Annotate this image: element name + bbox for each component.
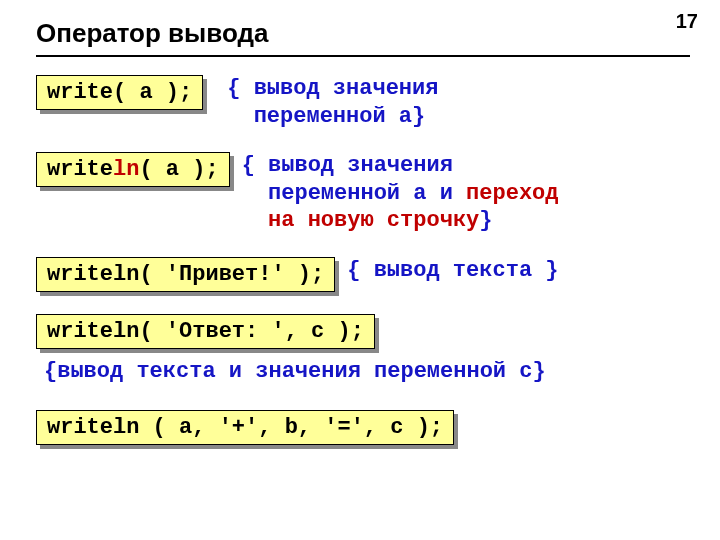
brace-close: } [412,104,425,129]
code-writeln: writeln( a ); [36,152,230,187]
comment-writeln: { вывод значения переменной a и переход … [242,152,690,235]
code-writeln-expr: writeln ( a, '+', b, '=', c ); [36,410,454,445]
comment2-line2b: переход [466,181,558,206]
comment-text: { вывод текста } [347,257,690,285]
code-text-3: writeln( 'Привет!' ); [47,262,324,287]
brace-open: { [227,76,253,101]
code-ln-red: ln [113,157,139,182]
brace-open-2: { [242,153,268,178]
row-writeln-answer: writeln( 'Ответ: ', c ); [36,314,690,349]
code-text: write( a ); [47,80,192,105]
comment2-line1: вывод значения [268,153,453,178]
row-write: write( a ); { вывод значения переменной … [36,75,690,130]
code-write-prefix: write [47,157,113,182]
comment3: { вывод текста } [347,258,558,283]
brace-close-2: } [479,208,492,233]
code-write-suffix: ( a ); [139,157,218,182]
slide-title: Оператор вывода [36,18,690,49]
code-writeln-answer: writeln( 'Ответ: ', c ); [36,314,375,349]
comment-answer: {вывод текста и значения переменной c} [44,359,690,384]
code-writeln-text: writeln( 'Привет!' ); [36,257,335,292]
comment-line1: вывод значения [254,76,439,101]
code-text-5: writeln ( a, '+', b, '=', c ); [47,415,443,440]
row-writeln-text: writeln( 'Привет!' ); { вывод текста } [36,257,690,292]
code-text-4: writeln( 'Ответ: ', c ); [47,319,364,344]
comment-line2: переменной a [254,104,412,129]
comment2-line2a: переменной a и [268,181,466,206]
comment-write: { вывод значения переменной a} [227,75,690,130]
row-writeln-expr: writeln ( a, '+', b, '=', c ); [36,410,690,445]
row-writeln: writeln( a ); { вывод значения переменно… [36,152,690,235]
title-divider [36,55,690,57]
code-write: write( a ); [36,75,203,110]
slide: 17 Оператор вывода write( a ); { вывод з… [0,0,720,540]
page-number: 17 [676,10,698,33]
comment2-line3: на новую строчку [268,208,479,233]
